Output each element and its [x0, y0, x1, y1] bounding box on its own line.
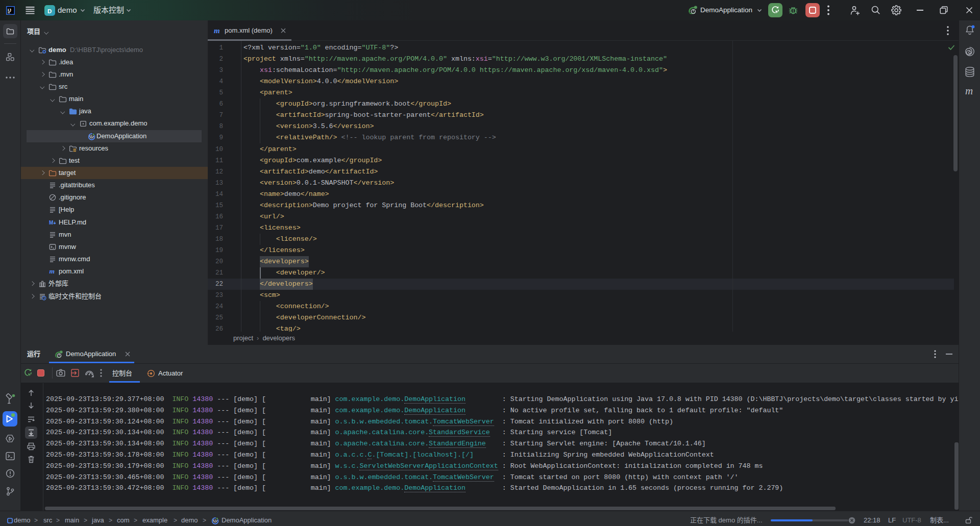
svg-text:m: m — [50, 267, 55, 275]
svg-text:M: M — [49, 219, 53, 225]
svg-text:D: D — [47, 8, 52, 14]
svg-text:IJ: IJ — [8, 8, 11, 13]
